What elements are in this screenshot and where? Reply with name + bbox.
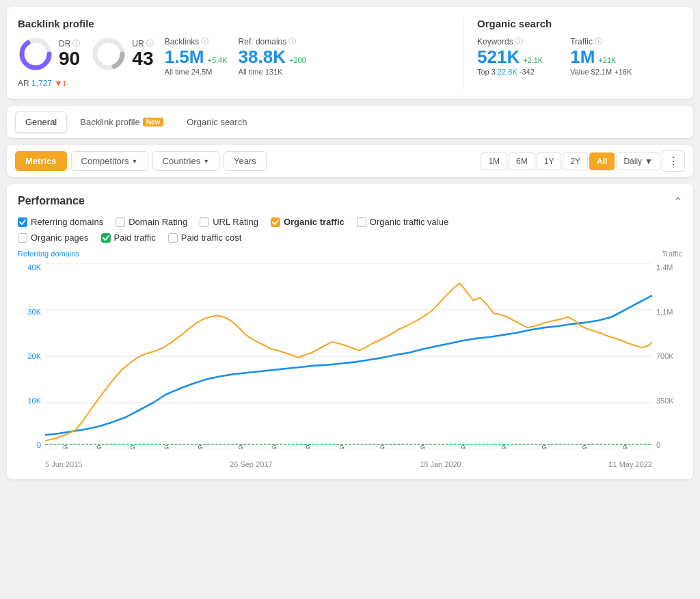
traffic-info-icon[interactable]: ⓘ: [595, 36, 602, 46]
chart-area: Referring domains Traffic 40K 30K 20K 10…: [18, 250, 682, 468]
right-axis: 1.4M 1.1M 700K 350K 0: [654, 263, 682, 449]
backlinks-alltime: All time 24.5M: [165, 68, 228, 76]
svg-text:G: G: [164, 444, 169, 449]
domain-rating-check-icon: [116, 217, 125, 227]
svg-text:G: G: [272, 444, 277, 449]
svg-text:G: G: [239, 444, 243, 449]
dr-value: 90: [59, 49, 80, 70]
backlinks-section: Backlinks ⓘ 1.5M +5.4K All time 24.5M: [165, 36, 228, 76]
paid-traffic-checkbox[interactable]: Paid traffic: [101, 232, 156, 243]
traffic-label: Traffic: [570, 37, 593, 46]
organic-traffic-check-icon: [271, 217, 280, 227]
tabs-bar: General Backlink profile New Organic sea…: [7, 106, 693, 138]
dr-section: DR ⓘ 90: [18, 36, 80, 72]
daily-caret-icon: ▼: [645, 157, 653, 166]
ur-donut-chart: [91, 36, 126, 72]
ur-label: UR ⓘ: [132, 38, 153, 49]
backlinks-value: 1.5M: [165, 46, 204, 68]
competitors-button[interactable]: Competitors ▼: [71, 151, 148, 171]
time-range-buttons: 1M 6M 1Y 2Y All Daily ▼ ⋮: [481, 150, 685, 172]
svg-text:G: G: [63, 444, 68, 449]
ar-row: AR 1,727 ▼1: [18, 79, 449, 88]
traffic-section: Traffic ⓘ 1M +21K Value $2.1M +16K: [570, 36, 632, 76]
url-rating-check-icon: [200, 217, 209, 227]
svg-text:G: G: [306, 444, 310, 449]
left-axis: 40K 30K 20K 10K 0: [18, 263, 44, 449]
chart-left-label: Referring domains: [18, 250, 79, 258]
competitors-caret-icon: ▼: [132, 158, 138, 165]
backlinks-change: +5.4K: [208, 56, 228, 64]
backlinks-info-icon[interactable]: ⓘ: [201, 36, 208, 46]
svg-text:G: G: [623, 444, 628, 449]
keywords-change: +2.1K: [523, 56, 543, 64]
organic-pages-check-icon: [18, 233, 27, 243]
dr-label: DR ⓘ: [59, 38, 80, 49]
ref-domains-info-icon[interactable]: ⓘ: [288, 36, 296, 46]
svg-text:G: G: [96, 444, 101, 449]
referring-domains-check-icon: [18, 217, 27, 227]
tab-backlink-profile[interactable]: Backlink profile New: [70, 111, 174, 133]
new-badge: New: [143, 118, 164, 127]
organic-search-title: Organic search: [477, 18, 682, 29]
paid-traffic-check-icon: [101, 233, 111, 243]
checkboxes-row-2: Organic pages Paid traffic Paid traffic …: [18, 232, 682, 243]
traffic-value: 1M: [570, 46, 595, 68]
tab-organic-search[interactable]: Organic search: [176, 111, 257, 133]
ref-domains-value: 38.8K: [239, 46, 286, 68]
keywords-top3: Top 3 22.8K -342: [477, 68, 543, 76]
svg-text:G: G: [131, 444, 135, 449]
svg-text:G: G: [461, 444, 466, 449]
referring-domains-checkbox[interactable]: Referring domains: [18, 217, 103, 227]
paid-traffic-cost-checkbox[interactable]: Paid traffic cost: [168, 232, 242, 243]
ur-info-icon[interactable]: ⓘ: [146, 38, 154, 49]
x-axis-labels: 5 Jun 2015 26 Sep 2017 18 Jan 2020 11 Ma…: [45, 460, 652, 468]
organic-pages-checkbox[interactable]: Organic pages: [18, 232, 89, 243]
time-1y-button[interactable]: 1Y: [537, 152, 562, 170]
svg-text:G: G: [380, 444, 385, 449]
performance-card: Performance ⌃ Referring domains Domain R…: [7, 184, 693, 479]
toolbar: Metrics Competitors ▼ Countries ▼ Years …: [7, 145, 693, 177]
organic-traffic-value-check-icon: [357, 217, 366, 227]
metrics-button[interactable]: Metrics: [15, 151, 67, 171]
ur-section: UR ⓘ 43: [91, 36, 153, 72]
time-1m-button[interactable]: 1M: [481, 152, 507, 170]
years-button[interactable]: Years: [224, 151, 267, 171]
url-rating-checkbox[interactable]: URL Rating: [200, 217, 258, 227]
svg-text:G: G: [582, 444, 587, 449]
svg-text:G: G: [420, 444, 425, 449]
chart-right-label: Traffic: [662, 250, 682, 258]
performance-chart: G G G G G G G G G G G G G G G G: [45, 263, 652, 449]
svg-text:G: G: [340, 444, 345, 449]
backlink-profile-title: Backlink profile: [18, 18, 449, 29]
dr-info-icon[interactable]: ⓘ: [72, 38, 80, 49]
tab-general[interactable]: General: [15, 111, 67, 133]
countries-button[interactable]: Countries ▼: [152, 151, 220, 171]
domain-rating-checkbox[interactable]: Domain Rating: [116, 217, 187, 227]
time-2y-button[interactable]: 2Y: [563, 152, 588, 170]
checkboxes-row-1: Referring domains Domain Rating URL Rati…: [18, 217, 682, 227]
collapse-button[interactable]: ⌃: [674, 196, 682, 207]
time-6m-button[interactable]: 6M: [509, 152, 535, 170]
organic-traffic-value-checkbox[interactable]: Organic traffic value: [357, 217, 448, 227]
dr-donut-chart: [18, 36, 53, 72]
organic-traffic-checkbox[interactable]: Organic traffic: [271, 217, 345, 227]
ref-domains-label: Ref. domains: [239, 37, 287, 46]
time-all-button[interactable]: All: [589, 152, 615, 170]
keywords-value: 521K: [477, 46, 520, 68]
keywords-section: Keywords ⓘ 521K +2.1K Top 3 22.8K -342: [477, 36, 543, 76]
keywords-info-icon[interactable]: ⓘ: [515, 36, 523, 46]
svg-text:G: G: [198, 444, 202, 449]
ref-domains-change: +200: [289, 56, 306, 64]
performance-title: Performance: [18, 195, 85, 207]
traffic-value-sub: Value $2.1M +16K: [570, 68, 632, 76]
daily-button[interactable]: Daily ▼: [616, 152, 660, 170]
countries-caret-icon: ▼: [203, 158, 209, 165]
svg-text:G: G: [501, 444, 506, 449]
keywords-label: Keywords: [477, 37, 513, 46]
traffic-change: +21K: [598, 56, 616, 64]
more-options-button[interactable]: ⋮: [662, 150, 685, 172]
ref-domains-section: Ref. domains ⓘ 38.8K +200 All time 131K: [239, 36, 306, 76]
ur-value: 43: [132, 49, 153, 70]
backlinks-label: Backlinks: [165, 37, 200, 46]
paid-traffic-cost-check-icon: [168, 233, 178, 243]
